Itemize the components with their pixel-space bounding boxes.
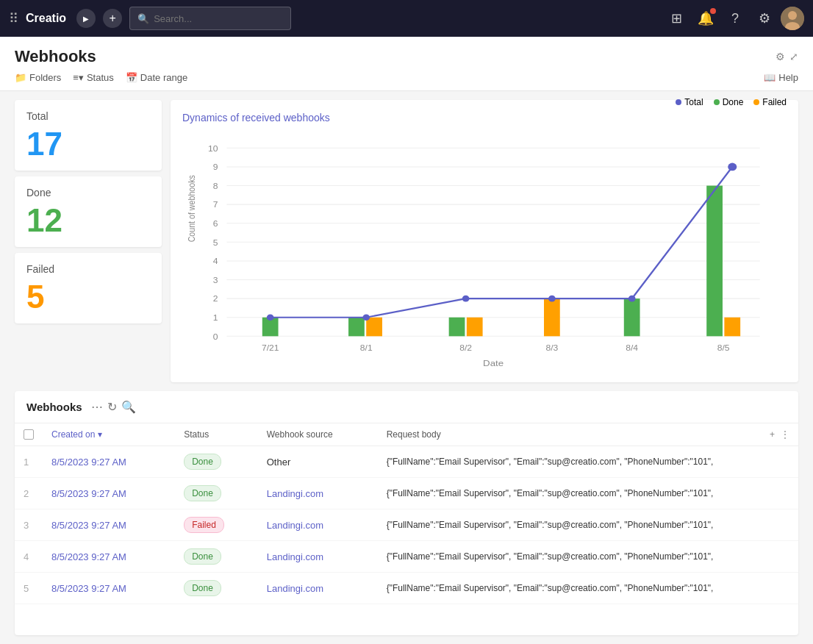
stats-cards: Total 17 Done 12 Failed 5 [15,100,162,382]
stats-chart-row: Total 17 Done 12 Failed 5 Dynamics of re… [0,91,813,391]
page-title: Webhooks [15,47,96,66]
svg-text:3: 3 [213,276,218,284]
avatar[interactable] [781,7,804,30]
created-time: 8/5/2023 9:27 AM [43,478,175,509]
table-row[interactable]: 5 8/5/2023 9:27 AM Done Landingi.com {"F… [15,573,798,604]
source-cell[interactable]: Landingi.com [258,541,378,573]
settings-icon[interactable]: ⚙ [751,5,778,32]
failed-label: Failed [26,263,150,275]
legend-failed-label: Failed [762,97,787,107]
folders-icon: 📁 [15,72,26,83]
bar-done-81 [348,318,365,337]
select-all-checkbox[interactable] [24,429,34,440]
status-badge: Done [184,485,221,501]
table-row[interactable]: 4 8/5/2023 9:27 AM Done Landingi.com {"F… [15,541,798,573]
body-cell: {"FullName":"Email Supervisor", "Email":… [378,509,798,541]
filter-daterange[interactable]: 📅 Date range [126,72,187,83]
status-label: Status [87,72,114,83]
svg-text:7/21: 7/21 [262,343,279,351]
page-settings-icon[interactable]: ⚙ [776,51,785,62]
search-table-icon[interactable]: 🔍 [121,400,136,414]
refresh-icon[interactable]: ↻ [107,400,117,414]
created-time: 8/5/2023 9:27 AM [43,573,175,604]
help-icon[interactable]: ? [722,5,748,32]
status-badge: Done [184,548,221,565]
table-row[interactable]: 2 8/5/2023 9:27 AM Done Landingi.com {"F… [15,478,798,509]
table-header: Created on ▾ Status Webhook source Reque… [15,423,798,446]
body-cell: {"FullName":"Email Supervisor", "Email":… [378,541,798,573]
calendar-icon: 📅 [126,72,137,83]
svg-text:5: 5 [213,238,218,246]
play-button[interactable]: ▶ [76,9,96,28]
created-time: 8/5/2023 9:27 AM [43,446,175,478]
svg-text:8: 8 [213,182,218,190]
stat-card-total: Total 17 [15,100,162,171]
table-row[interactable]: 3 8/5/2023 9:27 AM Failed Landingi.com {… [15,509,798,541]
more-options-icon[interactable]: ⋯ [91,400,103,414]
plus-button[interactable]: + [103,9,122,28]
top-navigation: ⠿ Creatio ▶ + 🔍 ⊞ 🔔 ? ⚙ [0,0,813,37]
search-icon: 🔍 [137,13,149,24]
status-cell: Done [175,478,258,509]
th-checkbox [15,423,43,446]
source-cell[interactable]: Landingi.com [258,509,378,541]
dot-721 [267,314,274,321]
svg-text:8/5: 8/5 [717,343,730,351]
failed-value: 5 [26,281,150,313]
help-label: Help [778,72,798,83]
th-more-icon[interactable]: ⋮ [781,429,789,440]
body-cell: {"FullName":"Email Supervisor", "Email":… [378,573,798,604]
notifications-icon[interactable]: 🔔 [692,5,719,32]
body-cell: {"FullName":"Email Supervisor", "Email":… [378,446,798,478]
main-area: Webhooks ⚙ ⤢ 📁 Folders ≡▾ Status 📅 Date … [0,37,813,644]
search-bar[interactable]: 🔍 [129,7,291,30]
bar-failed-83 [544,298,560,336]
done-label: Done [26,187,150,198]
row-num: 1 [15,446,43,478]
search-input[interactable] [154,13,283,24]
row-num: 5 [15,573,43,604]
legend-done-dot [714,99,720,105]
created-time: 8/5/2023 9:27 AM [43,509,175,541]
bar-failed-85 [724,318,740,337]
total-value: 17 [26,128,150,160]
th-created[interactable]: Created on ▾ [43,423,175,446]
apps-icon[interactable]: ⊞ [663,5,690,32]
daterange-label: Date range [140,72,187,83]
created-time: 8/5/2023 9:27 AM [43,541,175,573]
th-add-icon[interactable]: + [770,429,775,440]
svg-text:8/3: 8/3 [545,343,558,351]
section-title: Webhooks [26,401,82,413]
source-cell[interactable]: Landingi.com [258,478,378,509]
svg-text:0: 0 [213,332,218,340]
page-expand-icon[interactable]: ⤢ [789,51,798,62]
table-row[interactable]: 1 8/5/2023 9:27 AM Done Other {"FullName… [15,446,798,478]
help-button[interactable]: 📖 Help [764,72,798,83]
chart-legend: Total Done Failed [676,97,787,107]
row-num: 4 [15,541,43,573]
stat-card-done: Done 12 [15,176,162,247]
status-cell: Done [175,541,258,573]
svg-text:2: 2 [213,295,218,303]
table-body: 1 8/5/2023 9:27 AM Done Other {"FullName… [15,446,798,604]
dot-81 [362,314,370,321]
grid-icon[interactable]: ⠿ [9,10,18,26]
status-badge: Failed [184,517,224,533]
svg-text:8/4: 8/4 [626,343,638,351]
th-source: Webhook source [258,423,378,446]
svg-text:10: 10 [208,144,218,152]
logo[interactable]: Creatio [26,12,66,25]
chart-svg: Count of webhooks 0 1 2 3 4 [182,132,787,368]
bar-failed-82 [467,318,483,337]
legend-total-dot [676,99,681,105]
bar-done-84 [624,298,640,336]
source-cell[interactable]: Landingi.com [258,573,378,604]
svg-text:8/2: 8/2 [459,343,472,351]
filter-status[interactable]: ≡▾ Status [73,72,113,83]
folders-label: Folders [29,72,61,83]
dot-82 [462,296,470,302]
filter-folders[interactable]: 📁 Folders [15,72,61,83]
section-header: Webhooks ⋯ ↻ 🔍 [15,391,798,423]
bar-failed-81 [366,318,382,337]
legend-failed-dot [753,99,759,105]
